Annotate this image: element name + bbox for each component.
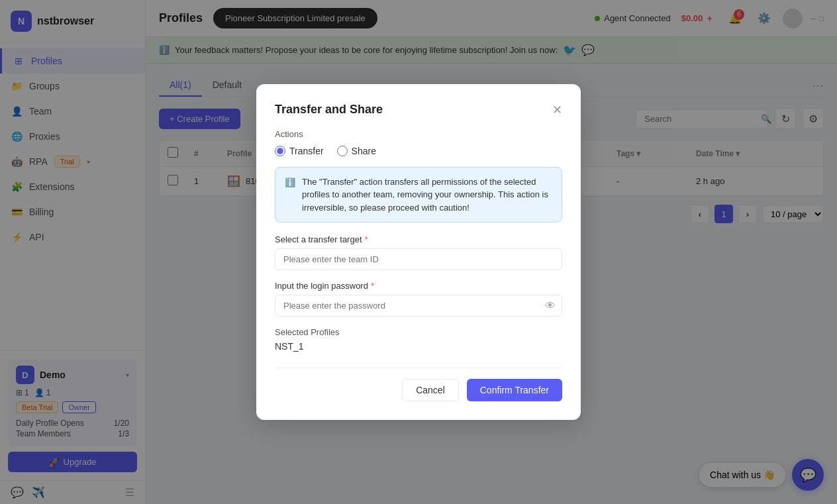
password-label: Input the login password *: [275, 281, 562, 291]
transfer-radio[interactable]: [275, 146, 285, 156]
confirm-transfer-button[interactable]: Confirm Transfer: [467, 379, 562, 401]
modal-close-button[interactable]: ✕: [552, 103, 562, 117]
transfer-target-label: Select a transfer target *: [275, 234, 562, 244]
password-input[interactable]: [275, 295, 562, 317]
info-box-text: The "Transfer" action transfers all perm…: [302, 176, 552, 215]
cancel-button[interactable]: Cancel: [402, 379, 459, 401]
transfer-target-input[interactable]: [275, 248, 562, 270]
toggle-password-icon[interactable]: 👁: [545, 300, 556, 312]
required-star: *: [365, 234, 368, 244]
share-label: Share: [352, 146, 376, 156]
info-box-icon: ℹ️: [285, 176, 295, 215]
transfer-info-box: ℹ️ The "Transfer" action transfers all p…: [275, 167, 562, 223]
transfer-radio-option[interactable]: Transfer: [275, 146, 324, 156]
modal-overlay: Transfer and Share ✕ Actions Transfer Sh…: [0, 0, 837, 504]
password-required-star: *: [371, 281, 374, 291]
transfer-label: Transfer: [289, 146, 324, 156]
transfer-share-modal: Transfer and Share ✕ Actions Transfer Sh…: [256, 84, 581, 421]
modal-header: Transfer and Share ✕: [275, 103, 562, 117]
selected-profile-item: NST_1: [275, 341, 562, 352]
modal-footer: Cancel Confirm Transfer: [275, 368, 562, 401]
modal-title: Transfer and Share: [275, 103, 383, 117]
password-wrapper: 👁: [275, 295, 562, 317]
actions-label: Actions: [275, 129, 562, 139]
share-radio-option[interactable]: Share: [337, 146, 376, 156]
actions-row: Transfer Share: [275, 146, 562, 156]
selected-profiles-label: Selected Profiles: [275, 327, 562, 337]
share-radio[interactable]: [337, 146, 348, 156]
